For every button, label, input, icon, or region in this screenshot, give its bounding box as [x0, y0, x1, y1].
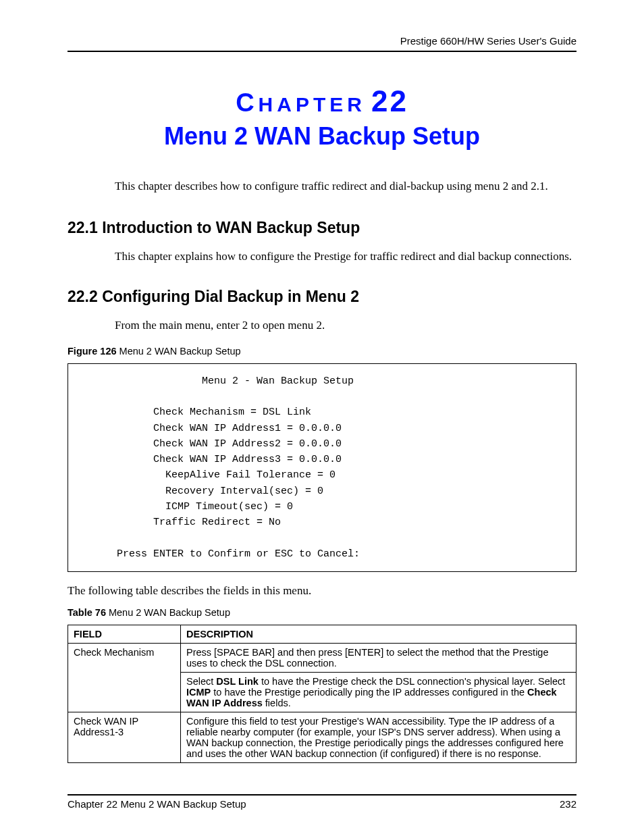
table-row: Check Mechanism Press [SPACE BAR] and th… — [68, 643, 576, 672]
chapter-label-rest: HAPTER — [259, 93, 366, 115]
footer-left: Chapter 22 Menu 2 WAN Backup Setup — [68, 798, 246, 810]
cell-field: Check Mechanism — [68, 643, 181, 712]
header-rule — [68, 51, 576, 52]
cell-field: Check WAN IP Address1-3 — [68, 712, 181, 762]
cell-desc: Configure this field to test your Presti… — [181, 712, 576, 762]
section-22-1-para: This chapter explains how to configure t… — [68, 249, 576, 265]
after-figure-para: The following table describes the fields… — [68, 584, 576, 598]
table-header-row: FIELD DESCRIPTION — [68, 625, 576, 643]
chapter-label-initial: C — [236, 88, 258, 117]
figure-terminal-box: Menu 2 - Wan Backup Setup Check Mechanis… — [68, 363, 576, 572]
cell-desc: Select DSL Link to have the Prestige che… — [181, 672, 576, 712]
footer: Chapter 22 Menu 2 WAN Backup Setup 232 — [68, 794, 576, 810]
footer-page-number: 232 — [560, 798, 576, 810]
chapter-title: Menu 2 WAN Backup Setup — [68, 122, 576, 151]
page: Prestige 660H/HW Series User's Guide CHA… — [0, 0, 644, 834]
table-row: Check WAN IP Address1-3 Configure this f… — [68, 712, 576, 762]
footer-rule — [68, 794, 576, 796]
table-number: Table 76 — [68, 607, 106, 618]
chapter-number: 22 — [371, 84, 408, 118]
table-caption-text: Menu 2 WAN Backup Setup — [106, 607, 230, 618]
section-22-1-heading: 22.1 Introduction to WAN Backup Setup — [68, 219, 576, 237]
figure-caption-text: Menu 2 WAN Backup Setup — [117, 346, 241, 357]
col-description: DESCRIPTION — [181, 625, 576, 643]
figure-number: Figure 126 — [68, 346, 117, 357]
cell-desc: Press [SPACE BAR] and then press [ENTER]… — [181, 643, 576, 672]
figure-caption: Figure 126 Menu 2 WAN Backup Setup — [68, 346, 576, 357]
table-caption: Table 76 Menu 2 WAN Backup Setup — [68, 607, 576, 618]
section-22-2-heading: 22.2 Configuring Dial Backup in Menu 2 — [68, 288, 576, 306]
chapter-heading: CHAPTER 22 — [68, 84, 576, 118]
chapter-intro: This chapter describes how to configure … — [68, 179, 576, 194]
header-guide-title: Prestige 660H/HW Series User's Guide — [68, 35, 576, 47]
section-22-2-para: From the main menu, enter 2 to open menu… — [68, 318, 576, 334]
col-field: FIELD — [68, 625, 181, 643]
description-table: FIELD DESCRIPTION Check Mechanism Press … — [68, 625, 576, 763]
